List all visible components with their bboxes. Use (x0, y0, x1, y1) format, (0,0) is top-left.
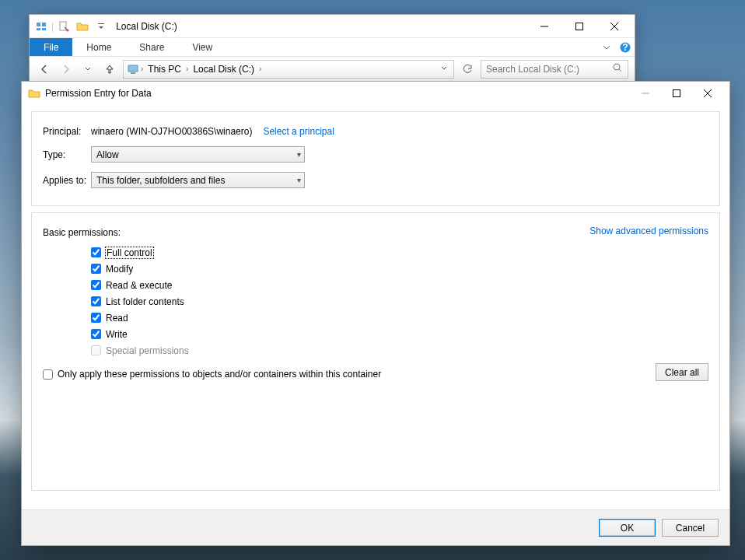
permissions-list: Full controlModifyRead & executeList fol… (91, 244, 708, 359)
clear-all-button[interactable]: Clear all (656, 363, 708, 381)
select-principal-link[interactable]: Select a principal (263, 126, 334, 137)
type-label: Type: (43, 149, 91, 160)
svg-point-5 (67, 29, 69, 31)
svg-line-16 (619, 69, 621, 72)
permission-label[interactable]: Modify (106, 264, 133, 275)
applies-row: Applies to: This folder, subfolders and … (43, 172, 708, 188)
only-apply-label[interactable]: Only apply these permissions to objects … (58, 369, 381, 380)
explorer-title: Local Disk (C:) (116, 21, 177, 32)
principal-value: winaero (WIN-OJ7HO00386S\winaero) (91, 126, 252, 137)
svg-rect-3 (42, 28, 46, 30)
svg-rect-2 (37, 28, 40, 30)
permission-item: List folder contents (91, 293, 708, 310)
chevron-down-icon: ▾ (297, 150, 301, 159)
search-placeholder: Search Local Disk (C:) (486, 64, 579, 75)
breadcrumb-root[interactable]: This PC (145, 64, 184, 75)
permission-label[interactable]: Read (106, 313, 128, 324)
ok-button[interactable]: OK (599, 519, 656, 537)
history-dropdown-icon[interactable] (79, 61, 96, 78)
type-value: Allow (96, 149, 119, 160)
properties-icon[interactable] (55, 18, 72, 35)
type-row: Type: Allow ▾ (43, 146, 708, 163)
permission-item: Read (91, 310, 708, 326)
only-apply-row: Only apply these permissions to objects … (43, 369, 381, 380)
new-folder-icon[interactable] (74, 18, 91, 35)
svg-rect-14 (131, 72, 135, 74)
chevron-right-icon[interactable]: › (141, 65, 143, 73)
applies-label: Applies to: (43, 175, 91, 186)
permissions-panel: Basic permissions: Show advanced permiss… (31, 212, 720, 491)
breadcrumb-dropdown-icon[interactable] (441, 65, 447, 73)
tab-home[interactable]: Home (72, 38, 125, 56)
permission-item: Modify (91, 261, 708, 277)
dialog-titlebar: Permission Entry for Data (22, 82, 729, 105)
explorer-nav: › This PC › Local Disk (C:) › Search Loc… (30, 57, 635, 82)
chevron-right-icon[interactable]: › (186, 65, 188, 73)
breadcrumb-current[interactable]: Local Disk (C:) (190, 64, 257, 75)
maximize-button[interactable] (661, 83, 692, 103)
svg-rect-8 (575, 23, 582, 30)
permission-item: Full control (91, 244, 708, 261)
permission-item: Write (91, 326, 708, 342)
close-button[interactable] (692, 83, 723, 103)
search-icon[interactable] (612, 62, 623, 75)
svg-rect-13 (128, 65, 138, 72)
permission-label: Special permissions (106, 345, 189, 356)
up-button[interactable] (101, 61, 118, 78)
permission-label[interactable]: List folder contents (106, 296, 184, 307)
explorer-titlebar: | Local Disk (C:) (30, 15, 635, 38)
tab-share[interactable]: Share (125, 38, 178, 56)
maximize-button[interactable] (561, 16, 596, 37)
principal-panel: Principal: winaero (WIN-OJ7HO00386S\wina… (31, 111, 720, 206)
tab-view[interactable]: View (178, 38, 226, 56)
permission-dialog: Permission Entry for Data Principal: win… (21, 81, 730, 546)
permission-checkbox[interactable] (91, 264, 101, 274)
permission-label[interactable]: Full control (106, 247, 153, 258)
principal-label: Principal: (43, 126, 91, 137)
ribbon-expand-icon[interactable] (597, 38, 616, 56)
search-input[interactable]: Search Local Disk (C:) (481, 60, 628, 79)
help-icon[interactable]: ? (616, 38, 635, 56)
permission-item: Special permissions (91, 342, 708, 359)
only-apply-checkbox[interactable] (43, 369, 53, 380)
tab-file[interactable]: File (30, 38, 72, 56)
svg-text:?: ? (622, 42, 628, 53)
applies-select[interactable]: This folder, subfolders and files ▾ (91, 172, 305, 188)
chevron-down-icon: ▾ (297, 176, 301, 184)
quick-access-toolbar: | (33, 18, 110, 35)
minimize-button[interactable] (630, 83, 661, 103)
svg-rect-18 (673, 90, 680, 97)
svg-rect-6 (98, 23, 104, 24)
svg-point-15 (614, 64, 620, 70)
svg-rect-4 (60, 22, 66, 30)
permission-checkbox[interactable] (91, 247, 101, 257)
permission-checkbox[interactable] (91, 280, 101, 290)
breadcrumb[interactable]: › This PC › Local Disk (C:) › (123, 60, 454, 79)
permission-label[interactable]: Write (106, 329, 128, 340)
minimize-button[interactable] (526, 16, 561, 37)
chevron-right-icon[interactable]: › (259, 65, 261, 73)
permission-checkbox[interactable] (91, 329, 101, 339)
forward-button[interactable] (58, 61, 75, 78)
qat-dropdown-icon[interactable] (93, 18, 110, 35)
separator: | (51, 21, 54, 32)
show-advanced-link[interactable]: Show advanced permissions (589, 226, 708, 236)
dialog-window-controls (630, 83, 723, 103)
breadcrumb-pc-icon[interactable] (127, 63, 139, 75)
dialog-footer: OK Cancel (22, 509, 729, 545)
folder-icon (28, 87, 40, 100)
permission-checkbox[interactable] (91, 296, 101, 306)
permission-item: Read & execute (91, 277, 708, 293)
refresh-button[interactable] (459, 61, 476, 78)
back-button[interactable] (36, 61, 53, 78)
permission-label[interactable]: Read & execute (106, 280, 172, 291)
close-button[interactable] (596, 16, 631, 37)
applies-value: This folder, subfolders and files (96, 175, 225, 186)
explorer-window-controls (526, 16, 631, 37)
dialog-title: Permission Entry for Data (45, 88, 152, 99)
permission-checkbox (91, 345, 101, 355)
permission-checkbox[interactable] (91, 313, 101, 323)
cancel-button[interactable]: Cancel (662, 519, 719, 537)
type-select[interactable]: Allow ▾ (91, 146, 305, 163)
principal-row: Principal: winaero (WIN-OJ7HO00386S\wina… (43, 126, 708, 137)
